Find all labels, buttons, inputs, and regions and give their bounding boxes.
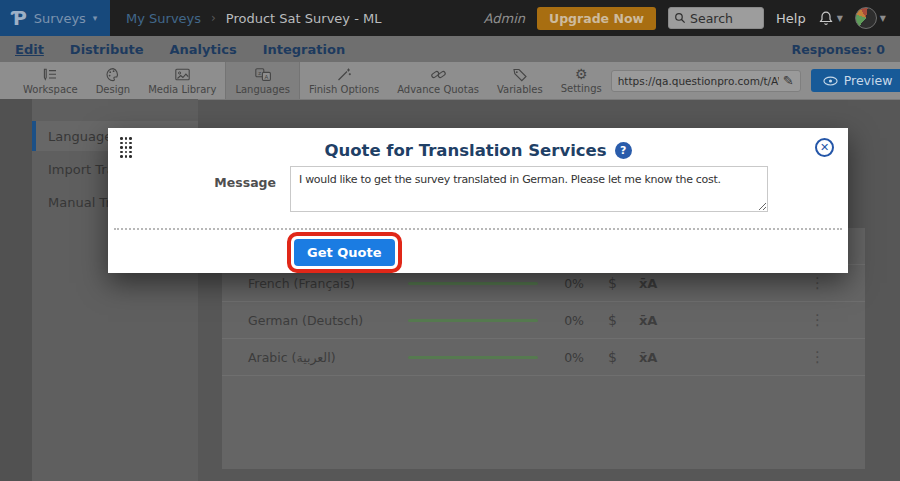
click-highlight-annotation: Get Quote bbox=[287, 232, 402, 273]
modal-header: Quote for Translation Services ? ✕ bbox=[108, 128, 848, 160]
preview-button[interactable]: Preview bbox=[811, 69, 900, 92]
edit-toolbar: Workspace Design Media Library z bbox=[0, 62, 900, 100]
toolbar-item-finish-options[interactable]: Finish Options bbox=[300, 62, 388, 99]
toolbar-item-variables[interactable]: Variables bbox=[488, 62, 552, 99]
quote-translation-modal: Quote for Translation Services ? ✕ Messa… bbox=[108, 128, 848, 273]
toolbar-item-workspace[interactable]: Workspace bbox=[14, 62, 87, 99]
survey-url-input[interactable] bbox=[618, 75, 779, 87]
translation-progress-bar bbox=[408, 319, 538, 322]
progress-percent: 0% bbox=[538, 313, 584, 328]
bell-icon bbox=[818, 10, 834, 26]
breadcrumb-my-surveys[interactable]: My Surveys bbox=[126, 11, 201, 26]
table-row-arabic: Arabic (العربية) 0% $ x̄A ⋮ bbox=[222, 339, 865, 376]
search-box[interactable] bbox=[668, 7, 764, 29]
message-label: Message bbox=[108, 166, 276, 212]
settings-gear-icon: ⚙ bbox=[575, 68, 588, 81]
admin-label: Admin bbox=[484, 11, 525, 26]
responses-count: Responses: 0 bbox=[792, 42, 885, 57]
language-name: Arabic (العربية) bbox=[222, 350, 408, 365]
translation-progress-bar bbox=[408, 356, 538, 359]
quote-dollar-icon[interactable]: $ bbox=[608, 275, 617, 291]
breadcrumb-current-survey: Product Sat Survey - ML bbox=[226, 11, 382, 26]
finish-options-icon bbox=[336, 67, 352, 82]
left-gutter bbox=[0, 99, 32, 481]
drag-handle-icon[interactable] bbox=[120, 137, 132, 158]
search-icon bbox=[674, 12, 686, 24]
quote-dollar-icon[interactable]: $ bbox=[608, 312, 617, 328]
avatar bbox=[855, 7, 877, 29]
toolbar-item-advance-quotas[interactable]: Advance Quotas bbox=[388, 62, 488, 99]
upgrade-now-button[interactable]: Upgrade Now bbox=[537, 7, 656, 30]
chevron-down-icon: ▾ bbox=[93, 13, 98, 23]
language-name: French (Français) bbox=[222, 276, 408, 291]
chevron-down-icon: ▼ bbox=[837, 14, 843, 23]
quote-dollar-icon[interactable]: $ bbox=[608, 349, 617, 365]
toolbar-item-languages[interactable]: z A Languages bbox=[225, 62, 300, 99]
toolbar-item-settings[interactable]: ⚙ Settings bbox=[552, 62, 611, 99]
survey-url-box[interactable]: ✎ bbox=[611, 70, 801, 92]
help-link[interactable]: Help bbox=[776, 11, 806, 26]
account-menu[interactable]: ▼ bbox=[855, 7, 886, 29]
kebab-menu-icon[interactable]: ⋮ bbox=[810, 274, 825, 292]
modal-body: Message I would like to get the survey t… bbox=[108, 166, 848, 212]
search-input[interactable] bbox=[690, 11, 756, 26]
surveys-menu[interactable]: Ƥ Surveys ▾ bbox=[0, 0, 110, 36]
eye-icon bbox=[823, 76, 838, 86]
tab-integration[interactable]: Integration bbox=[263, 42, 345, 57]
design-icon bbox=[105, 67, 121, 82]
questionpro-app: Ƥ Surveys ▾ My Surveys › Product Sat Sur… bbox=[0, 0, 900, 481]
toolbar-item-design[interactable]: Design bbox=[87, 62, 140, 99]
svg-text:A: A bbox=[264, 73, 268, 79]
svg-text:z: z bbox=[258, 69, 261, 75]
header-actions: Admin Upgrade Now Help ▼ ▼ bbox=[484, 7, 900, 30]
message-textarea[interactable]: I would like to get the survey translate… bbox=[290, 166, 768, 212]
chevron-down-icon: ▼ bbox=[880, 14, 886, 23]
top-header: Ƥ Surveys ▾ My Surveys › Product Sat Sur… bbox=[0, 0, 900, 36]
kebab-menu-icon[interactable]: ⋮ bbox=[810, 311, 825, 329]
questionpro-logo-icon: Ƥ bbox=[12, 9, 27, 28]
languages-icon: z A bbox=[254, 67, 272, 82]
translate-icon[interactable]: x̄A bbox=[639, 350, 657, 365]
translation-progress-bar bbox=[408, 282, 538, 285]
modal-title: Quote for Translation Services ? bbox=[324, 141, 631, 160]
translate-icon[interactable]: x̄A bbox=[639, 276, 657, 291]
tab-distribute[interactable]: Distribute bbox=[70, 42, 144, 57]
tab-edit[interactable]: Edit bbox=[15, 42, 44, 57]
surveys-menu-label: Surveys bbox=[34, 11, 86, 26]
progress-percent: 0% bbox=[538, 276, 584, 291]
table-row-german: German (Deutsch) 0% $ x̄A ⋮ bbox=[222, 302, 865, 339]
toolbar-item-media-library[interactable]: Media Library bbox=[139, 62, 225, 99]
edit-url-pencil-icon[interactable]: ✎ bbox=[783, 73, 794, 88]
modal-divider bbox=[114, 228, 842, 230]
media-library-icon bbox=[174, 67, 191, 82]
advance-quotas-icon bbox=[430, 67, 447, 82]
progress-percent: 0% bbox=[538, 350, 584, 365]
toolbar-right: ✎ Preview bbox=[611, 62, 900, 99]
variables-icon bbox=[512, 67, 528, 82]
help-icon[interactable]: ? bbox=[615, 142, 632, 159]
translate-icon[interactable]: x̄A bbox=[639, 313, 657, 328]
get-quote-button[interactable]: Get Quote bbox=[294, 239, 395, 266]
tab-analytics[interactable]: Analytics bbox=[170, 42, 237, 57]
language-name: German (Deutsch) bbox=[222, 313, 408, 328]
breadcrumb-separator-icon: › bbox=[211, 11, 216, 25]
notifications-menu[interactable]: ▼ bbox=[818, 10, 843, 26]
breadcrumb: My Surveys › Product Sat Survey - ML bbox=[126, 11, 381, 26]
kebab-menu-icon[interactable]: ⋮ bbox=[810, 348, 825, 366]
survey-nav: Edit Distribute Analytics Integration Re… bbox=[0, 36, 900, 62]
close-icon[interactable]: ✕ bbox=[815, 138, 834, 157]
workspace-icon bbox=[42, 67, 58, 82]
